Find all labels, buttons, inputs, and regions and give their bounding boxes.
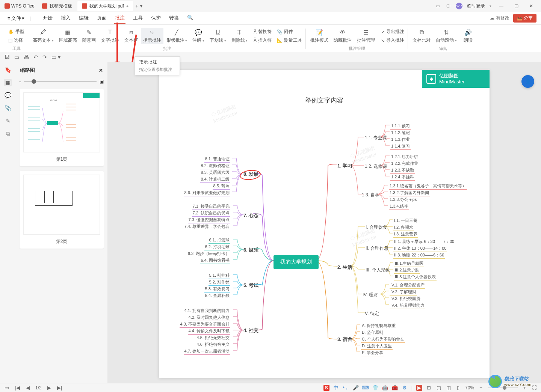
close-button[interactable]: ✕ [526, 2, 536, 11]
menu-tab-convert[interactable]: 转换 [168, 13, 180, 24]
underline-button[interactable]: U下划线 [207, 28, 228, 44]
textbox-button[interactable]: ⧈文本框 [122, 28, 140, 44]
tab-close-icon[interactable]: ● [126, 4, 129, 8]
menu-hamburger[interactable]: ≡ 文件 ▾ [5, 14, 27, 23]
menu-tab-edit[interactable]: 编辑 [78, 13, 89, 24]
node-5: 5. 考试 [243, 282, 258, 289]
play-icon[interactable]: ▶ [416, 385, 422, 391]
last-page-icon[interactable]: ▶| [57, 385, 63, 391]
pointer-annot-button[interactable]: ⤷指示批注 [141, 28, 163, 44]
print-icon[interactable]: 🖶 [24, 54, 29, 60]
lbl: 高亮文本 [33, 37, 54, 44]
attachments-icon[interactable]: 📎 [4, 104, 12, 112]
document-area[interactable]: ◆ 亿图脑图MindMaster 举例文字内容 ◇ 亿图脑图MindMaster… [107, 62, 541, 383]
hand-tool[interactable]: ✋手型 [7, 28, 26, 36]
menu-tab-start[interactable]: 开始 [42, 13, 53, 24]
first-page-icon[interactable]: |◀ [14, 385, 20, 391]
compare-button[interactable]: ⧉文档比对 [410, 28, 433, 44]
share-button[interactable]: 📤 分享 [513, 14, 536, 23]
fit-width-icon[interactable]: ⊡ [426, 385, 432, 391]
sogou-icon[interactable]: S [323, 385, 329, 391]
robot-icon[interactable]: 🤖 [382, 385, 388, 391]
menu-tab-annotate[interactable]: 批注 [114, 13, 125, 24]
import-annot-button[interactable]: ↘导入批注 [379, 36, 406, 44]
login-label[interactable]: 临时登录 [467, 3, 485, 9]
add-tab-button[interactable]: ＋ ▾ [134, 2, 143, 11]
menu-tab-page[interactable]: 页面 [96, 13, 107, 24]
freehand-button[interactable]: ✎随意画 [80, 28, 98, 44]
highlight-text-button[interactable]: 🖍高亮文本 [30, 28, 56, 44]
menu-tab-insert[interactable]: 插入 [60, 13, 71, 24]
comments-icon[interactable]: 💬 [4, 92, 12, 99]
close-panel-icon[interactable]: ✕ [99, 68, 103, 73]
leaf: III.2.注意护肤 [394, 267, 420, 274]
keyboard-icon[interactable]: ⌨ [363, 385, 369, 391]
hide-annot-button[interactable]: 👁隐藏批注 [331, 28, 354, 44]
more-icon[interactable]: ▭ ▾ [51, 54, 60, 60]
avatar[interactable]: WP [456, 3, 462, 9]
menu-tab-protect[interactable]: 保护 [150, 13, 162, 24]
two-page-icon[interactable]: ◫ [446, 385, 452, 391]
thumbnail-page-1[interactable]: 举例文字内容 第1页 [20, 89, 104, 166]
insert-mark-button[interactable]: Ă插入符 [252, 36, 273, 44]
single-page-icon[interactable]: ▯ [455, 385, 461, 391]
export-annot-button[interactable]: ↗导出批注 [379, 28, 406, 36]
note-button[interactable]: 💬注解 [190, 28, 207, 44]
shirt-icon[interactable]: 👕 [372, 385, 378, 391]
strikethrough-button[interactable]: T̶删除线 [229, 28, 250, 44]
group-label: 批注 [30, 46, 304, 51]
device-icon[interactable]: ▭ [435, 3, 441, 9]
page-indicator[interactable]: 1/2 [35, 385, 42, 390]
leaf: 4.5. 拒绝无效社交 [196, 335, 230, 341]
tab-templates[interactable]: 找稻壳模板 [38, 1, 77, 11]
annot-manager-button[interactable]: ☰批注管理 [355, 28, 377, 44]
app-logo: WPS Office [2, 3, 38, 9]
gear-icon[interactable]: ⚙ [402, 385, 408, 391]
signature-icon[interactable]: ✎ [4, 117, 12, 125]
leaf: 1.2.3.不缺勤 [390, 167, 415, 174]
floating-action-button[interactable]: 👤 [521, 75, 534, 88]
attachment-button[interactable]: 📎附件 [275, 28, 304, 36]
annot-mode-button[interactable]: 📝批注模式 [308, 28, 331, 44]
search-icon[interactable]: 🔍 [186, 13, 194, 24]
layers-icon[interactable]: ⧉ [4, 130, 12, 137]
thumb-small-icon: ▫ [20, 79, 21, 84]
lbl: 自动滚动 [436, 37, 457, 44]
zoom-level[interactable]: 70% [465, 385, 474, 390]
menu-tab-tools[interactable]: 工具 [132, 13, 144, 24]
autoscroll-button[interactable]: ⇅自动滚动 [434, 28, 459, 44]
open-icon[interactable]: ▭ [14, 54, 19, 60]
measure-button[interactable]: 📐测量工具 [275, 36, 304, 44]
minimize-button[interactable]: ― [496, 2, 506, 11]
leaf: 5.1. 别挂科 [209, 272, 230, 279]
ime-cn-icon[interactable]: 中 [333, 385, 339, 391]
thumbnails-icon[interactable]: ▦ [4, 79, 12, 86]
leaf: 7.2. 认识自己的优点 [192, 210, 230, 217]
area-highlight-button[interactable]: ▦区域高亮 [57, 28, 79, 44]
zoom-out-icon[interactable]: − [478, 385, 484, 391]
read-aloud-button[interactable]: 🔊朗读 [460, 28, 476, 44]
lbl: 隐藏批注 [334, 37, 352, 44]
save-icon[interactable]: 🖫 [5, 54, 10, 60]
maximize-button[interactable]: ▢ [511, 2, 521, 11]
bookmark-icon[interactable]: 🔖 [4, 66, 12, 74]
redo-icon[interactable]: ↷ [42, 54, 47, 60]
fit-page-icon[interactable]: ▢ [436, 385, 442, 391]
thumb-zoom[interactable]: ▫ ▣ [20, 77, 104, 89]
prev-page-icon[interactable]: ◀ [25, 385, 31, 391]
thumbnail-page-2[interactable]: 第2页 [20, 171, 104, 249]
undo-icon[interactable]: ↶ [33, 54, 38, 60]
toolbox-icon[interactable]: 🧰 [392, 385, 398, 391]
tab-document[interactable]: 我的大学规划.pdf● [77, 1, 133, 11]
shape-annot-button[interactable]: ╱形状批注 [164, 28, 190, 44]
leaf: III.1.生病早就医 [394, 260, 424, 267]
next-page-icon[interactable]: ▶ [46, 385, 52, 391]
mic-icon[interactable]: 🎤 [353, 385, 359, 391]
sb-view-icon[interactable]: ▭ [4, 385, 10, 391]
statusbar: ▭ |◀ ◀ 1/2 ▶ ▶| S 中 •， 🎤 ⌨ 👕 🤖 🧰 ⚙ | ▶ ⊡… [0, 383, 541, 392]
lbl: 文档比对 [413, 37, 431, 44]
replace-mark-button[interactable]: Å替换符 [252, 28, 273, 36]
cube-icon[interactable]: ⬡ [445, 3, 451, 9]
select-tool[interactable]: ⬚选择 [7, 36, 26, 44]
leaf: 1.3.2.了解国内外新闻 [389, 190, 430, 196]
